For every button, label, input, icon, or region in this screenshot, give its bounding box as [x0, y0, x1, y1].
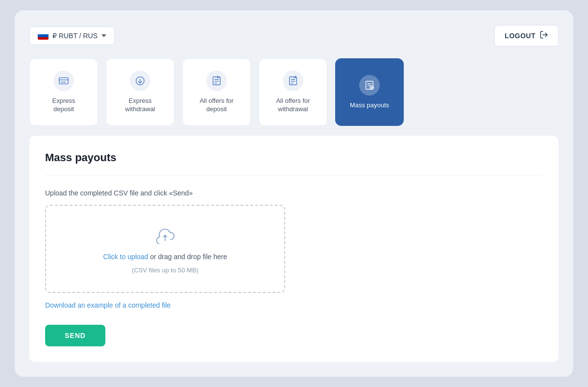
file-hint: (CSV files up to 50 MB)	[132, 266, 198, 274]
all-offers-withdrawal-label: All offers forwithdrawal	[276, 97, 310, 114]
nav-card-all-offers-withdrawal[interactable]: All offers forwithdrawal	[259, 58, 327, 126]
download-example-link[interactable]: Download an example of a completed file	[45, 301, 171, 309]
upload-instruction: Upload the completed CSV file and click …	[45, 189, 543, 197]
main-content: Mass payouts Upload the completed CSV fi…	[29, 136, 559, 362]
all-offers-deposit-label: All offers fordeposit	[199, 97, 233, 114]
mass-payouts-label: Mass payouts	[350, 101, 389, 110]
currency-label: ₽ RUBT / RUS	[52, 32, 98, 40]
all-offers-deposit-icon	[206, 71, 227, 91]
chevron-down-icon	[101, 34, 106, 37]
nav-cards: Expressdeposit Expresswithdrawal	[29, 58, 559, 126]
logout-label: LOGOUT	[505, 32, 536, 40]
page-title: Mass payouts	[45, 151, 543, 175]
currency-selector[interactable]: ₽ RUBT / RUS	[29, 26, 115, 45]
nav-card-express-withdrawal[interactable]: Expresswithdrawal	[106, 58, 174, 126]
svg-rect-1	[59, 78, 68, 84]
all-offers-withdrawal-icon	[283, 71, 303, 91]
upload-zone[interactable]: Click to upload or drag and drop file he…	[45, 205, 285, 293]
drag-label: or drag and drop file here	[148, 253, 227, 261]
nav-card-mass-payouts[interactable]: Mass payouts	[335, 58, 404, 126]
app-window: ₽ RUBT / RUS LOGOUT	[15, 10, 573, 377]
express-deposit-label: Expressdeposit	[52, 97, 75, 114]
logout-icon	[539, 30, 548, 41]
flag-icon	[38, 32, 49, 40]
upload-cloud-icon	[153, 223, 177, 247]
nav-card-express-deposit[interactable]: Expressdeposit	[29, 58, 98, 126]
nav-card-all-offers-deposit[interactable]: All offers fordeposit	[182, 58, 251, 126]
upload-text: Click to upload or drag and drop file he…	[103, 253, 227, 261]
logout-button[interactable]: LOGOUT	[494, 25, 559, 47]
express-withdrawal-icon	[130, 71, 150, 91]
header: ₽ RUBT / RUS LOGOUT	[29, 25, 559, 47]
express-withdrawal-label: Expresswithdrawal	[125, 97, 155, 114]
mass-payouts-icon	[359, 75, 380, 96]
send-button[interactable]: SEND	[45, 325, 105, 346]
click-to-upload-link[interactable]: Click to upload	[103, 253, 148, 261]
express-deposit-icon	[53, 71, 74, 91]
